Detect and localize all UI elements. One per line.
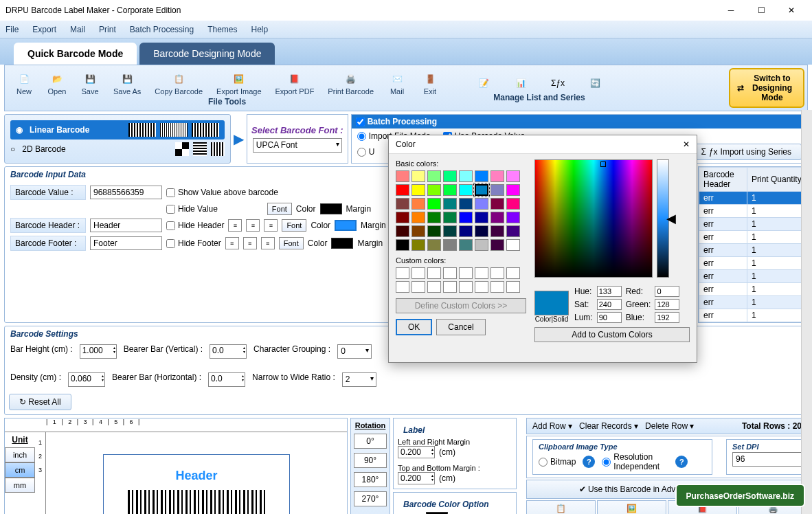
unit-inch[interactable]: inch bbox=[5, 447, 35, 462]
basic-color-swatch[interactable] bbox=[411, 198, 425, 210]
menu-help[interactable]: Help bbox=[251, 25, 268, 34]
add-custom-color-button[interactable]: Add to Custom Colors bbox=[534, 327, 690, 342]
define-custom-colors-button[interactable]: Define Custom Colors >> bbox=[396, 298, 526, 313]
table-row[interactable]: err1 bbox=[699, 244, 807, 257]
footer-font-button[interactable]: Font bbox=[279, 237, 304, 249]
rotate-0[interactable]: 0° bbox=[354, 434, 387, 449]
rotate-270[interactable]: 270° bbox=[354, 491, 387, 506]
color-cancel-button[interactable]: Cancel bbox=[436, 319, 485, 335]
menu-batch[interactable]: Batch Processing bbox=[130, 25, 194, 34]
show-value-check[interactable]: Show Value above barcode bbox=[166, 188, 278, 197]
basic-color-swatch[interactable] bbox=[475, 239, 488, 251]
custom-color-swatch[interactable] bbox=[475, 281, 488, 293]
hide-header-check[interactable]: Hide Header bbox=[166, 221, 224, 230]
color-ok-button[interactable]: OK bbox=[396, 319, 432, 335]
basic-color-swatch[interactable] bbox=[475, 212, 488, 223]
basic-color-swatch[interactable] bbox=[506, 184, 520, 196]
basic-color-swatch[interactable] bbox=[411, 184, 425, 196]
table-row[interactable]: err1 bbox=[699, 309, 807, 322]
basic-color-swatch[interactable] bbox=[490, 225, 504, 237]
color-gradient-picker[interactable] bbox=[534, 159, 653, 278]
hue-input[interactable] bbox=[597, 286, 622, 297]
close-button[interactable]: ✕ bbox=[776, 0, 807, 21]
bearer-h-spinner[interactable]: 0.0 bbox=[208, 372, 245, 387]
basic-color-swatch[interactable] bbox=[475, 184, 488, 196]
basic-color-swatch[interactable] bbox=[490, 184, 504, 196]
char-group-select[interactable]: 0 bbox=[337, 344, 372, 359]
custom-color-swatch[interactable] bbox=[506, 267, 520, 279]
vertical-scrollbar[interactable] bbox=[801, 110, 812, 514]
custom-color-swatch[interactable] bbox=[396, 267, 409, 279]
minimize-button[interactable]: ─ bbox=[716, 0, 746, 21]
basic-color-swatch[interactable] bbox=[427, 170, 441, 182]
basic-color-swatch[interactable] bbox=[427, 225, 441, 237]
footer-color-swatch[interactable] bbox=[331, 238, 353, 249]
basic-color-swatch[interactable] bbox=[459, 212, 473, 223]
basic-color-swatch[interactable] bbox=[490, 198, 504, 210]
table-col-header[interactable]: Barcode Header bbox=[699, 168, 747, 192]
barcode-font-select[interactable]: UPCA Font bbox=[253, 138, 342, 153]
header-color-swatch[interactable] bbox=[335, 220, 357, 231]
custom-color-swatch[interactable] bbox=[459, 267, 473, 279]
basic-color-swatch[interactable] bbox=[427, 239, 441, 251]
hide-footer-check[interactable]: Hide Footer bbox=[166, 238, 221, 248]
basic-color-swatch[interactable] bbox=[411, 212, 425, 223]
clip-bitmap-radio[interactable]: Bitmap bbox=[539, 457, 576, 467]
basic-color-swatch[interactable] bbox=[506, 170, 520, 182]
sat-input[interactable] bbox=[597, 299, 622, 310]
bearer-v-spinner[interactable]: 0.0 bbox=[210, 344, 247, 359]
color-dialog-close[interactable]: ✕ bbox=[683, 139, 690, 149]
toolbar-save[interactable]: 💾Save bbox=[74, 69, 106, 97]
toolbar-mail[interactable]: ✉️Mail bbox=[381, 69, 414, 97]
basic-color-swatch[interactable] bbox=[459, 225, 473, 237]
basic-color-swatch[interactable] bbox=[427, 184, 441, 196]
basic-color-swatch[interactable] bbox=[411, 170, 425, 182]
custom-color-swatch[interactable] bbox=[459, 281, 473, 293]
basic-color-swatch[interactable] bbox=[459, 198, 473, 210]
table-col-qty[interactable]: Print Quantity bbox=[747, 168, 807, 192]
basic-color-swatch[interactable] bbox=[443, 212, 457, 223]
density-spinner[interactable]: 0.060 bbox=[68, 372, 105, 387]
basic-color-swatch[interactable] bbox=[459, 239, 473, 251]
toolbar-export-image[interactable]: 🖼️Export Image bbox=[210, 69, 268, 97]
table-row[interactable]: err1 bbox=[699, 218, 807, 231]
basic-color-swatch[interactable] bbox=[411, 225, 425, 237]
batch-second-radio[interactable]: U bbox=[357, 147, 375, 157]
basic-color-swatch[interactable] bbox=[490, 212, 504, 223]
import-series-button[interactable]: Σƒx Import using Series bbox=[691, 144, 802, 160]
add-row-link[interactable]: Add Row bbox=[532, 421, 566, 431]
header-font-button[interactable]: Font bbox=[282, 219, 306, 232]
basic-color-swatch[interactable] bbox=[443, 170, 457, 182]
table-row[interactable]: err1 bbox=[699, 231, 807, 244]
table-row[interactable]: err1 bbox=[699, 283, 807, 296]
reset-all-button[interactable]: ↻ Reset All bbox=[9, 394, 71, 410]
footer-align-left[interactable]: ≡ bbox=[225, 237, 239, 249]
basic-color-swatch[interactable] bbox=[475, 225, 488, 237]
toolbar-list-excel[interactable]: 📊 bbox=[504, 74, 537, 93]
menu-export[interactable]: Export bbox=[32, 25, 56, 34]
green-input[interactable] bbox=[655, 299, 679, 310]
bar-height-spinner[interactable]: 1.000 bbox=[80, 344, 117, 359]
clip-resolution-radio[interactable]: Resolution Independent bbox=[602, 452, 668, 471]
custom-color-swatch[interactable] bbox=[475, 267, 488, 279]
toolbar-list-fx[interactable]: Σƒx bbox=[541, 74, 574, 93]
lum-input[interactable] bbox=[597, 312, 622, 323]
table-row[interactable]: err1 bbox=[699, 257, 807, 270]
tab-quick-barcode[interactable]: Quick Barcode Mode bbox=[14, 43, 137, 65]
blue-input[interactable] bbox=[655, 312, 679, 323]
delete-row-link[interactable]: Delete Row bbox=[645, 421, 688, 431]
basic-color-swatch[interactable] bbox=[396, 184, 409, 196]
menu-mail[interactable]: Mail bbox=[70, 25, 85, 34]
unit-cm[interactable]: cm bbox=[5, 462, 35, 478]
basic-color-swatch[interactable] bbox=[506, 212, 520, 223]
basic-color-swatch[interactable] bbox=[396, 198, 409, 210]
basic-color-swatch[interactable] bbox=[490, 239, 504, 251]
toolbar-list-refresh[interactable]: 🔄 bbox=[578, 74, 611, 93]
batch-enable-checkbox[interactable] bbox=[356, 118, 365, 126]
basic-color-swatch[interactable] bbox=[475, 170, 488, 182]
toolbar-new[interactable]: 📄New bbox=[8, 69, 41, 97]
toolbar-list-edit[interactable]: 📝 bbox=[467, 74, 500, 93]
table-row[interactable]: err1 bbox=[699, 296, 807, 309]
maximize-button[interactable]: ☐ bbox=[746, 0, 776, 21]
basic-color-swatch[interactable] bbox=[506, 198, 520, 210]
